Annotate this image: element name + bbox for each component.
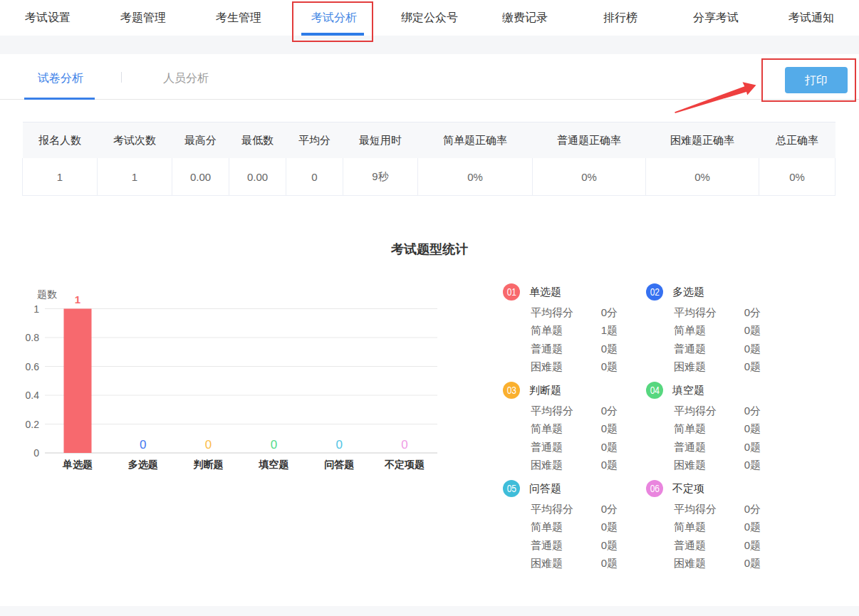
svg-text:不定项题: 不定项题 [384, 459, 425, 470]
svg-text:0.4: 0.4 [26, 390, 40, 401]
svg-text:1: 1 [33, 303, 39, 315]
svg-text:问答题: 问答题 [324, 459, 354, 470]
svg-text:0: 0 [271, 438, 277, 451]
svg-text:0.6: 0.6 [26, 361, 40, 372]
svg-text:0.8: 0.8 [26, 332, 40, 343]
svg-text:单选题: 单选题 [62, 459, 93, 470]
svg-text:0: 0 [205, 438, 212, 451]
svg-text:0.2: 0.2 [26, 419, 40, 430]
svg-text:判断题: 判断题 [193, 459, 224, 470]
svg-text:0: 0 [335, 438, 342, 451]
svg-text:多选题: 多选题 [128, 459, 158, 470]
svg-text:0: 0 [140, 438, 146, 451]
svg-text:0: 0 [401, 438, 407, 451]
svg-text:0: 0 [33, 447, 39, 459]
svg-text:填空题: 填空题 [258, 459, 288, 470]
svg-text:题数: 题数 [37, 288, 57, 300]
svg-text:1: 1 [75, 293, 80, 306]
